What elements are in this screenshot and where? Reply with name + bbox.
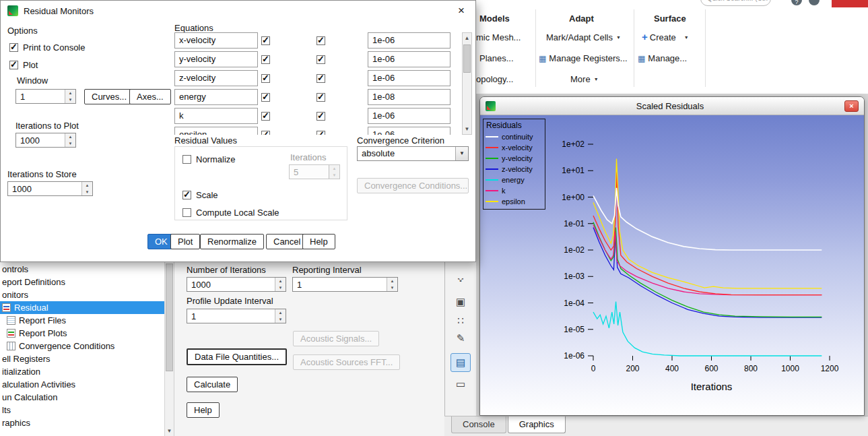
tree-item-alculation-activities[interactable]: alculation Activities [0, 378, 174, 391]
scale-option[interactable]: Scale [182, 190, 218, 200]
tree-item-residual[interactable]: Residual [0, 301, 174, 314]
topology-button[interactable]: opology... [476, 74, 513, 84]
plot-window-titlebar[interactable]: Scaled Residuals × [480, 97, 864, 115]
equation-name-field[interactable]: y-velocity [174, 51, 258, 67]
help-button[interactable]: Help [187, 402, 220, 418]
absolute-criterion-field[interactable]: 1e-06 [368, 32, 450, 49]
reporting-interval-spinner[interactable]: 1 [292, 277, 398, 292]
print-to-console-checkbox[interactable] [9, 43, 18, 52]
monitor-checkbox[interactable] [261, 55, 270, 64]
data-file-quantities-button[interactable]: Data File Quantities... [187, 348, 287, 365]
equation-name-field[interactable]: k [174, 108, 258, 124]
dropdown-caret-icon[interactable]: ▼ [455, 147, 468, 160]
axes-button[interactable]: Axes... [129, 89, 171, 104]
scroll-up-icon[interactable]: ▲ [463, 33, 471, 43]
tree-item-itialization[interactable]: itialization [0, 365, 174, 378]
renormalize-button[interactable]: Renormalize [200, 234, 264, 249]
snapshot-icon[interactable]: ▣ [450, 292, 471, 311]
profile-update-interval-spinner[interactable]: 1 [187, 309, 286, 323]
tree-item-ell-registers[interactable]: ell Registers [0, 352, 174, 365]
tree-item-onitors[interactable]: onitors [0, 288, 174, 301]
manage-button[interactable]: ▦Manage... [638, 53, 687, 63]
absolute-criterion-field[interactable]: 1e-08 [368, 89, 450, 105]
print-to-console-option[interactable]: Print to Console [9, 42, 86, 53]
spinner-down-icon[interactable] [65, 140, 75, 147]
tree-item-un-calculation[interactable]: un Calculation [0, 391, 174, 404]
close-icon[interactable]: × [454, 4, 469, 18]
spinner-down-icon[interactable] [387, 284, 397, 291]
scale-checkbox[interactable] [182, 191, 191, 199]
absolute-criterion-field[interactable]: 1e-06 [368, 108, 450, 124]
check-convergence-checkbox[interactable] [316, 93, 325, 102]
absolute-criterion-field[interactable]: 1e-06 [368, 51, 450, 67]
compute-local-scale-checkbox[interactable] [182, 208, 191, 217]
plot-option[interactable]: Plot [9, 60, 38, 70]
check-convergence-checkbox[interactable] [316, 74, 325, 83]
calculate-button[interactable]: Calculate [187, 377, 238, 392]
iterations-to-plot-spinner[interactable]: 1000 [15, 133, 76, 148]
quick-search-input[interactable]: Quick Search... (Ctrl+F) [700, 0, 771, 6]
plot-checkbox[interactable] [9, 61, 18, 69]
tree-scrollbar-thumb[interactable] [166, 263, 173, 371]
monitor-checkbox[interactable] [261, 131, 270, 135]
absolute-criterion-field[interactable]: 1e-06 [368, 127, 450, 135]
spinner-up-icon[interactable] [82, 182, 92, 189]
spinner-down-icon[interactable] [65, 96, 75, 103]
tree-item-eport-definitions[interactable]: eport Definitions [0, 276, 174, 288]
page-icon[interactable]: ▭ [450, 375, 471, 394]
copy-screen-icon[interactable]: ▤ [450, 353, 471, 372]
spinner-down-icon[interactable] [275, 316, 286, 323]
tree-item-report-plots[interactable]: Report Plots [0, 327, 174, 340]
equations-scrollbar-thumb[interactable] [463, 44, 471, 73]
check-convergence-checkbox[interactable] [316, 36, 325, 45]
monitor-checkbox[interactable] [261, 93, 270, 102]
curves-button[interactable]: Curves... [84, 89, 134, 104]
equation-name-field[interactable]: energy [174, 89, 258, 105]
monitor-checkbox[interactable] [261, 74, 270, 83]
check-convergence-checkbox[interactable] [316, 112, 325, 121]
manage-registers-button[interactable]: ▦Manage Registers... [539, 53, 628, 63]
tree-scrollbar[interactable]: ▼ [164, 262, 174, 436]
equation-name-field[interactable]: z-velocity [174, 70, 258, 86]
scroll-down-icon[interactable]: ▼ [463, 124, 471, 134]
user-icon[interactable] [809, 0, 820, 5]
plot-button[interactable]: Plot [170, 234, 200, 249]
tree-item-raphics[interactable]: raphics [0, 416, 174, 429]
monitor-checkbox[interactable] [261, 112, 270, 121]
help-icon[interactable]: ? [791, 0, 802, 5]
check-convergence-checkbox[interactable] [316, 55, 325, 64]
dialog-help-button[interactable]: Help [302, 234, 335, 249]
more-button[interactable]: More▼ [570, 74, 599, 84]
spinner-up-icon[interactable] [275, 309, 286, 316]
create-button[interactable]: +Create▼ [642, 31, 689, 42]
spinner-up-icon[interactable] [275, 278, 286, 284]
planes-button[interactable]: Planes... [479, 53, 514, 63]
spinner-up-icon[interactable] [65, 133, 75, 140]
convergence-criterion-dropdown[interactable]: absolute▼ [357, 146, 469, 161]
mark-adapt-cells-button[interactable]: Mark/Adapt Cells▼ [546, 32, 621, 42]
tab-graphics[interactable]: Graphics [508, 416, 566, 433]
monitor-checkbox[interactable] [261, 36, 270, 45]
annotate-icon[interactable]: ✎ [450, 329, 471, 348]
tree-item-ontrols[interactable]: ontrols [0, 263, 174, 276]
fit-view-icon[interactable]: ↔↔ [450, 270, 471, 288]
check-convergence-checkbox[interactable] [316, 131, 325, 135]
spinner-up-icon[interactable] [65, 90, 75, 96]
absolute-criterion-field[interactable]: 1e-06 [368, 70, 450, 86]
number-of-iterations-spinner[interactable]: 1000 [187, 277, 286, 292]
normalize-checkbox[interactable] [182, 155, 191, 164]
spinner-up-icon[interactable] [387, 278, 397, 284]
scroll-down-icon[interactable]: ▼ [165, 426, 174, 436]
compute-local-scale-option[interactable]: Compute Local Scale [182, 208, 279, 218]
iterations-to-store-spinner[interactable]: 1000 [7, 181, 93, 196]
tree-item-convergence-conditions[interactable]: Convergence Conditions [0, 340, 174, 352]
grid-icon[interactable]: ∷ [450, 311, 471, 330]
spinner-down-icon[interactable] [82, 189, 92, 195]
equation-name-field[interactable]: x-velocity [174, 32, 258, 49]
tab-console[interactable]: Console [451, 416, 506, 433]
dialog-titlebar[interactable]: Residual Monitors × [1, 1, 475, 21]
equation-name-field[interactable]: epsilon [174, 127, 258, 135]
tree-item-lts[interactable]: lts [0, 404, 174, 416]
equations-scrollbar[interactable]: ▲ ▼ [462, 32, 472, 135]
spinner-down-icon[interactable] [275, 284, 286, 291]
